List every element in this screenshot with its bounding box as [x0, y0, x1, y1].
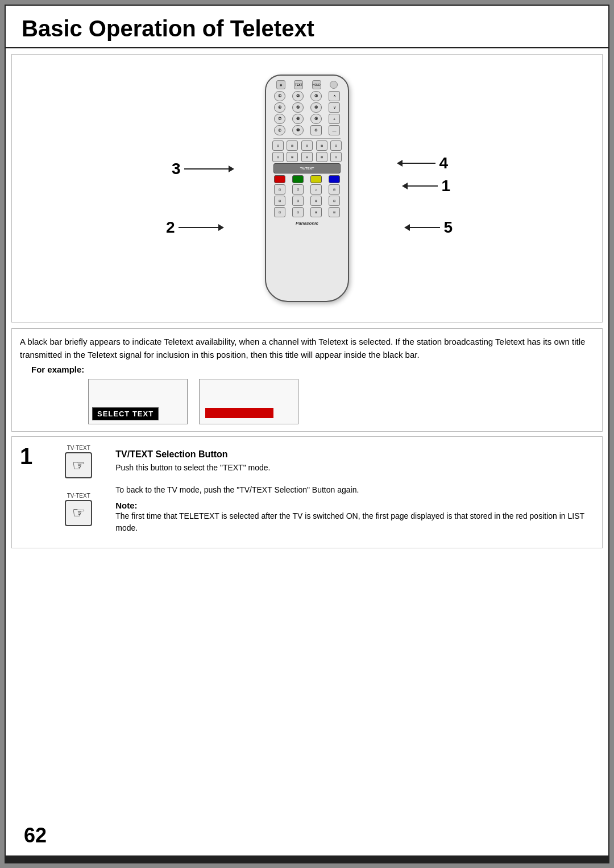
note-title: Note:: [115, 501, 594, 510]
remote-brand: Panasonic: [296, 221, 318, 226]
description-text: A black bar briefly appears to indicate …: [20, 336, 594, 361]
remote-bottom-3: △: [310, 184, 322, 195]
desc-section: A black bar briefly appears to indicate …: [11, 328, 603, 432]
remote-bottom-4: ⊟: [329, 184, 340, 195]
btn2-label: TV·TEXT: [67, 493, 90, 499]
remote-btn-plus: +: [329, 114, 340, 124]
remote-btn-power: ◉: [276, 80, 285, 89]
title-bar: Basic Operation of Teletext: [6, 6, 608, 48]
section-1-content: TV·TEXT ☞ TV/TEXT Selection Button Push …: [42, 445, 594, 540]
remote-num-row2: ④ ⑤ ⑥ ∨: [269, 102, 345, 113]
remote-bottom-6: ⊡: [292, 196, 304, 206]
red-bar: [205, 408, 273, 418]
remote-func-8: ⊟: [301, 152, 313, 162]
btn2-icon: ☞: [65, 500, 92, 526]
label-3: 3: [172, 160, 230, 178]
hand-pointer-1: ☞: [72, 457, 85, 474]
section-number: 1: [20, 445, 32, 468]
section-1: 1 TV·TEXT ☞ TV/TEXT Selection Button Pus…: [11, 436, 603, 548]
btn1-label: TV·TEXT: [67, 445, 90, 451]
remote-btn-arrow: ⊕: [310, 125, 322, 135]
remote-func-3: ⊟: [301, 140, 313, 151]
btn1-icon: ☞: [65, 452, 92, 478]
page-number: 62: [14, 818, 57, 853]
remote-num-row3: ⑦ ⑧ ⑨ +: [269, 114, 345, 124]
page-container: Basic Operation of Teletext 3 4: [5, 5, 609, 863]
remote-bottom-10: ⊡: [292, 207, 304, 217]
remote-bottom-2: ☑: [292, 184, 304, 195]
btn1-icon-container: TV·TEXT ☞: [59, 445, 98, 478]
remote-btn-circle: [330, 81, 338, 89]
remote-bottom-5: ⊞: [274, 196, 285, 206]
btn2-text-block: To back to the TV mode, push the "TV/TEX…: [115, 484, 594, 534]
remote-btn-c: ©: [274, 125, 285, 135]
remote-bottom-8: ⊟: [329, 196, 340, 206]
main-content: 3 4 1: [6, 48, 608, 855]
remote-btn-6: ⑥: [310, 102, 322, 113]
remote-func-9: ⊠: [316, 152, 327, 162]
remote-btn-green: [292, 175, 304, 183]
remote-bottom-row1: ⊡ ☑ △ ⊟: [269, 184, 345, 195]
btn1-text-block: TV/TEXT Selection Button Push this butto…: [115, 449, 594, 474]
remote-func-1: ⊡: [272, 140, 284, 151]
remote-btn-1: ①: [274, 91, 285, 101]
hand-pointer-2: ☞: [72, 504, 85, 522]
remote-bottom-9: ⊡: [274, 207, 285, 217]
remote-bottom-1: ⊡: [274, 184, 285, 195]
remote-btn-7: ⑦: [274, 114, 285, 124]
remote-btn-blue: [329, 175, 340, 183]
select-text-bar: SELECT TEXT: [92, 407, 159, 420]
remote-btn-yellow: [310, 175, 322, 183]
remote-btn-red: [274, 175, 285, 183]
remote-bottom-row3: ⊡ ⊡ ⊞ ⊟: [269, 207, 345, 217]
remote-func-4: ⊠: [316, 140, 327, 151]
note-text: The first time that TELETEXT is selected…: [115, 510, 594, 534]
remote-num-row1: ① ② ③ ∧: [269, 91, 345, 101]
page-title: Basic Operation of Teletext: [22, 16, 592, 42]
remote-btn-4: ④: [274, 102, 285, 113]
remote-btn-3: ③: [310, 91, 322, 101]
remote-top-area: ◉ TEXT HOLD: [269, 80, 345, 89]
remote-func-5: ⊡: [330, 140, 342, 151]
remote-btn-text: TEXT: [294, 80, 303, 89]
btn1-title: TV/TEXT Selection Button: [115, 449, 594, 460]
remote-btn-8: ⑧: [292, 114, 304, 124]
remote-func-10: ⊡: [330, 152, 342, 162]
remote-divider1: [273, 138, 341, 139]
remote-body: ◉ TEXT HOLD ① ② ③ ∧ ④ ⑤: [265, 75, 349, 302]
remote-bottom-11: ⊞: [310, 207, 322, 217]
button-row-2: TV·TEXT ☞ To back to the TV mode, push t…: [42, 484, 594, 534]
remote-btn-down: ∨: [329, 102, 340, 113]
remote-color-row: [269, 175, 345, 183]
remote-btn-5: ⑤: [292, 102, 304, 113]
example-box-2: [199, 379, 298, 424]
remote-func-7: ⊞: [287, 152, 298, 162]
btn2-desc: To back to the TV mode, push the "TV/TEX…: [115, 484, 594, 496]
remote-btn-up: ∧: [329, 91, 340, 101]
remote-btn-hold: HOLD: [312, 80, 321, 89]
remote-btn-9: ⑨: [310, 114, 322, 124]
remote-func-2: ⊞: [287, 140, 298, 151]
bottom-bar: [6, 855, 608, 862]
label-1: 1: [406, 177, 450, 195]
remote-btn-2: ②: [292, 91, 304, 101]
remote-tvtext-btn: TV/TEXT: [273, 163, 341, 173]
label-4: 4: [401, 154, 448, 172]
remote-func-row1: ⊡ ⊞ ⊟ ⊠ ⊡: [269, 140, 345, 151]
button-row-1: TV·TEXT ☞ TV/TEXT Selection Button Push …: [42, 445, 594, 478]
btn2-icon-container: TV·TEXT ☞: [59, 493, 98, 526]
remote-special-row: © ⑩ ⊕ —: [269, 125, 345, 135]
for-example-label: For example:: [31, 365, 594, 374]
remote-btn-minus: —: [329, 125, 340, 135]
example-display: SELECT TEXT: [88, 379, 594, 424]
label-5: 5: [409, 218, 453, 237]
page-number-area: 62: [6, 548, 608, 855]
btn1-desc: Push this button to select the "TEXT" mo…: [115, 462, 594, 474]
example-box-1: SELECT TEXT: [88, 379, 188, 424]
remote-func-row2: ⊡ ⊞ ⊟ ⊠ ⊡: [269, 152, 345, 162]
remote-bottom-12: ⊟: [329, 207, 340, 217]
remote-func-6: ⊡: [272, 152, 284, 162]
remote-bottom-7: ⊞: [310, 196, 322, 206]
remote-btn-0: ⑩: [292, 125, 304, 135]
label-2: 2: [166, 218, 219, 237]
